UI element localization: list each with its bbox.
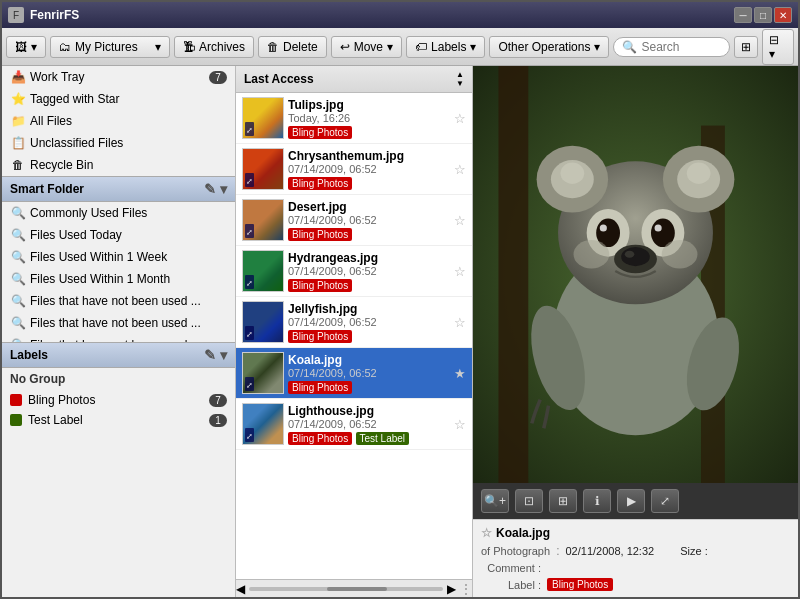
preview-toolbar: 🔍+ ⊡ ⊞ ℹ ▶ ⤢: [473, 483, 798, 519]
info-button[interactable]: ℹ: [583, 489, 611, 513]
delete-button[interactable]: 🗑 Delete: [258, 36, 327, 58]
file-tag-tulips: Bling Photos: [288, 126, 352, 139]
sidebar-item-used-month[interactable]: 🔍 Files Used Within 1 Month: [2, 268, 235, 290]
view-toggle-button[interactable]: ⊞: [734, 36, 758, 58]
file-name-chrysanthemum: Chrysanthemum.jpg: [288, 149, 450, 163]
file-item-chrysanthemum[interactable]: ⤢ Chrysanthemum.jpg 07/14/2009, 06:52 Bl…: [236, 144, 472, 195]
thumb-expand-icon-hydrangeas: ⤢: [245, 278, 254, 289]
info-type-label: of Photograph: [481, 545, 550, 557]
file-star-chrysanthemum[interactable]: ☆: [454, 162, 466, 177]
other-operations-button[interactable]: Other Operations ▾: [489, 36, 609, 58]
sidebar-item-unclassified[interactable]: 📋 Unclassified Files: [2, 132, 235, 154]
file-star-jellyfish[interactable]: ☆: [454, 315, 466, 330]
fit-button[interactable]: ⊡: [515, 489, 543, 513]
sidebar-item-commonly-used[interactable]: 🔍 Commonly Used Files: [2, 202, 235, 224]
smart-folder-edit-icon[interactable]: ✎: [204, 181, 216, 197]
archives-button[interactable]: 🗜 Archives: [174, 36, 254, 58]
thumb-expand-icon: ⤢: [245, 125, 254, 136]
file-name-hydrangeas: Hydrangeas.jpg: [288, 251, 450, 265]
sidebar-item-not-used-3[interactable]: 🔍 Files that have not been used ...: [2, 334, 235, 342]
labels-header: Labels ✎ ▾: [2, 342, 235, 368]
file-star-hydrangeas[interactable]: ☆: [454, 264, 466, 279]
file-star-lighthouse[interactable]: ☆: [454, 417, 466, 432]
minimize-button[interactable]: ─: [734, 7, 752, 23]
label-item-bling-photos[interactable]: Bling Photos 7: [2, 390, 235, 410]
file-tag-lighthouse: Bling Photos: [288, 432, 352, 445]
scroll-left-icon[interactable]: ◀: [236, 582, 245, 596]
test-label-label: Test Label: [28, 413, 83, 427]
fullscreen-button[interactable]: ⤢: [651, 489, 679, 513]
resize-handle[interactable]: ⋮: [460, 582, 472, 596]
app-icon: F: [8, 7, 24, 23]
sort-arrows[interactable]: ▲ ▼: [456, 70, 464, 88]
search-input[interactable]: [641, 40, 721, 54]
labels-section-label: Labels: [10, 348, 48, 362]
other-ops-arrow: ▾: [594, 40, 600, 54]
horizontal-scrollbar[interactable]: [249, 587, 443, 591]
sidebar-item-all-files[interactable]: 📁 All Files: [2, 110, 235, 132]
search-box[interactable]: 🔍: [613, 37, 730, 57]
scroll-right-icon[interactable]: ▶: [447, 582, 456, 596]
file-list-footer: ◀ ▶ ⋮: [236, 579, 472, 597]
back-button[interactable]: 🖼 ▾: [6, 36, 46, 58]
label-item-test-label[interactable]: Test Label 1: [2, 410, 235, 430]
used-today-icon: 🔍: [10, 227, 26, 243]
file-item-desert[interactable]: ⤢ Desert.jpg 07/14/2009, 06:52 Bling Pho…: [236, 195, 472, 246]
left-panel: 📥 Work Tray 7 ⭐ Tagged with Star 📁 All F…: [2, 66, 236, 597]
move-button[interactable]: ↩ Move ▾: [331, 36, 402, 58]
info-row-filename: ☆ Koala.jpg: [481, 524, 790, 542]
file-date-tulips: Today, 16:26: [288, 112, 450, 124]
panel-toggle-button[interactable]: ⊟ ▾: [762, 29, 794, 65]
file-item-jellyfish[interactable]: ⤢ Jellyfish.jpg 07/14/2009, 06:52 Bling …: [236, 297, 472, 348]
move-icon: ↩: [340, 40, 350, 54]
play-icon: ▶: [627, 494, 636, 508]
smart-folder-expand-icon[interactable]: ▾: [220, 181, 227, 197]
commonly-used-label: Commonly Used Files: [30, 206, 227, 220]
archives-icon: 🗜: [183, 40, 195, 54]
actual-size-button[interactable]: ⊞: [549, 489, 577, 513]
sidebar-item-used-today[interactable]: 🔍 Files Used Today: [2, 224, 235, 246]
thumb-expand-icon-lighthouse: ⤢: [245, 431, 254, 442]
close-button[interactable]: ✕: [774, 7, 792, 23]
sidebar-item-recycle[interactable]: 🗑 Recycle Bin: [2, 154, 235, 176]
test-label-color-dot: [10, 414, 22, 426]
thumb-overlay-jellyfish: ⤢: [245, 326, 254, 340]
file-star-tulips[interactable]: ☆: [454, 111, 466, 126]
svg-point-18: [621, 247, 650, 266]
horizontal-scroll-thumb[interactable]: [327, 587, 387, 591]
file-item-lighthouse[interactable]: ⤢ Lighthouse.jpg 07/14/2009, 06:52 Bling…: [236, 399, 472, 450]
info-star-icon[interactable]: ☆: [481, 526, 492, 540]
labels-edit-icon[interactable]: ✎: [204, 347, 216, 363]
file-item-koala[interactable]: ⤢ Koala.jpg 07/14/2009, 06:52 Bling Phot…: [236, 348, 472, 399]
file-item-hydrangeas[interactable]: ⤢ Hydrangeas.jpg 07/14/2009, 06:52 Bling…: [236, 246, 472, 297]
info-comment-label: Comment :: [481, 562, 541, 574]
zoom-in-button[interactable]: 🔍+: [481, 489, 509, 513]
info-type-separator: :: [556, 544, 559, 558]
file-tag-desert: Bling Photos: [288, 228, 352, 241]
sidebar-item-not-used-1[interactable]: 🔍 Files that have not been used ...: [2, 290, 235, 312]
file-name-tulips: Tulips.jpg: [288, 98, 450, 112]
file-star-desert[interactable]: ☆: [454, 213, 466, 228]
file-list-sort-label: Last Access: [244, 72, 456, 86]
archives-label: Archives: [199, 40, 245, 54]
file-item-tulips[interactable]: ⤢ Tulips.jpg Today, 16:26 Bling Photos ☆: [236, 93, 472, 144]
preview-area: [473, 66, 798, 483]
labels-expand-icon[interactable]: ▾: [220, 347, 227, 363]
view-icon: ⊞: [741, 40, 751, 54]
file-star-koala[interactable]: ★: [454, 366, 466, 381]
folder-selector[interactable]: 🗂 My Pictures ▾: [50, 36, 170, 58]
labels-button[interactable]: 🏷 Labels ▾: [406, 36, 485, 58]
sidebar-item-not-used-2[interactable]: 🔍 Files that have not been used ...: [2, 312, 235, 334]
used-week-icon: 🔍: [10, 249, 26, 265]
koala-preview-image: [473, 66, 798, 483]
sidebar-item-work-tray[interactable]: 📥 Work Tray 7: [2, 66, 235, 88]
maximize-button[interactable]: □: [754, 7, 772, 23]
sidebar-item-used-week[interactable]: 🔍 Files Used Within 1 Week: [2, 246, 235, 268]
main-content: 📥 Work Tray 7 ⭐ Tagged with Star 📁 All F…: [2, 66, 798, 597]
thumb-overlay-hydrangeas: ⤢: [245, 275, 254, 289]
svg-point-19: [625, 251, 635, 258]
sidebar-item-tagged[interactable]: ⭐ Tagged with Star: [2, 88, 235, 110]
used-month-label: Files Used Within 1 Month: [30, 272, 227, 286]
play-button[interactable]: ▶: [617, 489, 645, 513]
file-name-desert: Desert.jpg: [288, 200, 450, 214]
